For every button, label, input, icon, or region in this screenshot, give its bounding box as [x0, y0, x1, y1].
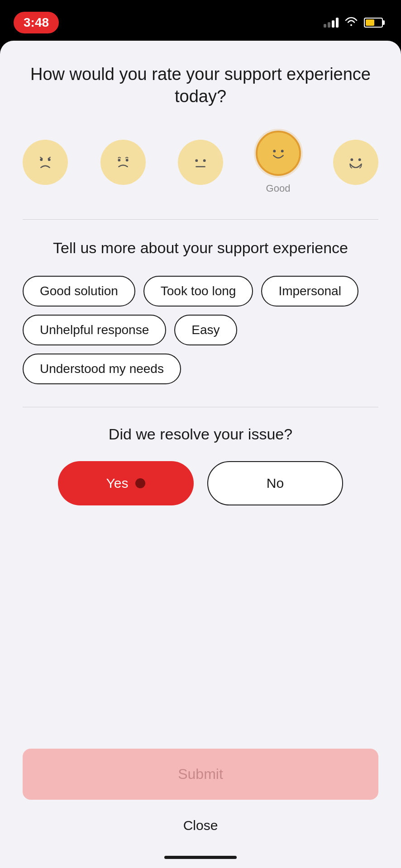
svg-point-15 — [344, 150, 368, 175]
tag-understood-my-needs[interactable]: Understood my needs — [23, 354, 181, 384]
rating-question: How would you rate your support experien… — [23, 63, 378, 108]
svg-point-13 — [273, 150, 276, 152]
emoji-great[interactable] — [333, 140, 378, 185]
yes-label: Yes — [106, 476, 129, 491]
emoji-good-label: Good — [266, 183, 291, 194]
bottom-area: Submit Close — [23, 731, 378, 868]
tag-took-too-long[interactable]: Took too long — [143, 276, 253, 307]
tags-container: Good solution Took too long Impersonal U… — [23, 276, 378, 384]
status-bar: 3:48 — [0, 0, 401, 41]
emoji-item-neutral[interactable] — [178, 140, 223, 185]
svg-point-16 — [350, 159, 353, 161]
tag-unhelpful-response[interactable]: Unhelpful response — [23, 315, 166, 345]
tag-impersonal[interactable]: Impersonal — [261, 276, 358, 307]
svg-point-5 — [110, 150, 135, 175]
emoji-rating-row: Good — [23, 131, 378, 194]
tag-good-solution[interactable]: Good solution — [23, 276, 135, 307]
svg-point-0 — [33, 150, 57, 175]
svg-point-9 — [195, 160, 198, 162]
emoji-item-great[interactable] — [333, 140, 378, 185]
more-question: Tell us more about your support experien… — [53, 238, 348, 258]
emoji-item-very-bad[interactable] — [23, 140, 68, 185]
tag-easy[interactable]: Easy — [174, 315, 237, 345]
emoji-bad[interactable] — [100, 140, 146, 185]
svg-point-17 — [358, 159, 361, 161]
svg-point-10 — [203, 160, 206, 162]
svg-point-6 — [118, 159, 120, 162]
submit-button[interactable]: Submit — [23, 749, 378, 800]
divider-2 — [23, 407, 378, 407]
yes-dot — [135, 478, 145, 488]
emoji-item-bad[interactable] — [100, 140, 146, 185]
wifi-icon — [345, 16, 358, 29]
yes-button[interactable]: Yes — [58, 461, 194, 505]
battery-icon — [364, 18, 383, 28]
emoji-neutral[interactable] — [178, 140, 223, 185]
time-display: 3:48 — [14, 12, 59, 33]
svg-point-8 — [188, 150, 213, 175]
home-indicator — [164, 856, 237, 859]
main-card: How would you rate your support experien… — [0, 41, 401, 868]
yes-no-row: Yes No — [23, 461, 378, 505]
svg-point-7 — [125, 159, 128, 162]
close-button[interactable]: Close — [23, 809, 378, 842]
svg-point-14 — [281, 150, 283, 152]
signal-icon — [324, 18, 339, 28]
no-button[interactable]: No — [207, 461, 343, 505]
emoji-very-bad[interactable] — [23, 140, 68, 185]
emoji-item-good[interactable]: Good — [256, 131, 301, 194]
divider-1 — [23, 219, 378, 220]
status-icons — [324, 16, 383, 29]
svg-point-12 — [266, 141, 290, 165]
emoji-good[interactable] — [256, 131, 301, 176]
resolve-question: Did we resolve your issue? — [109, 425, 292, 443]
